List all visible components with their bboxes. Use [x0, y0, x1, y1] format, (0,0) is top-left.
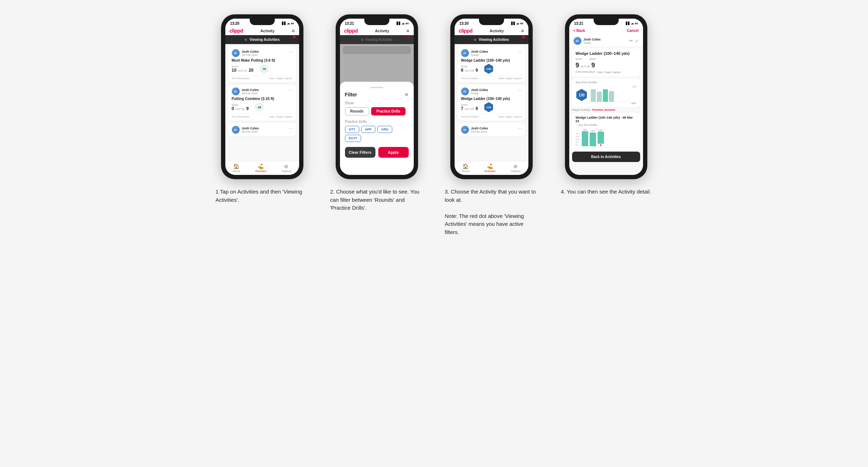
score-label-3-0: Score — [461, 65, 478, 68]
avatar-3-0: JC — [461, 49, 469, 57]
user-name-1-0: Josh Coles — [242, 50, 259, 53]
back-button-4[interactable]: < Back — [574, 29, 585, 33]
detail-outof-4: OUT OF — [581, 65, 590, 68]
card-dots-3-0[interactable]: ··· — [518, 49, 522, 54]
bottom-activities-1[interactable]: ⛳ Activities — [255, 163, 267, 173]
nav-menu-1[interactable]: ≡ — [292, 28, 294, 34]
close-button[interactable]: ✕ — [404, 92, 409, 97]
apply-button[interactable]: Apply — [378, 147, 409, 158]
card-header-1-1: JC Josh Coles 28 Feb 2023 ··· — [232, 87, 293, 95]
detail-title-4: Wedge Ladder (100–140 yds) — [576, 51, 637, 56]
drill-app[interactable]: APP — [361, 126, 376, 133]
phone-column-3: 13:20 ▋▋ ☁ 44 clippd Activity ≡ ⚙ Viewin… — [441, 14, 542, 236]
drill-putt[interactable]: PUTT — [345, 135, 361, 142]
edit-icon-4[interactable]: ✏ — [629, 38, 633, 43]
chart-sub-4: → Avg Shot Quality — [576, 124, 637, 126]
card-stats-1-0: Score 10 OUT OF 20 75 — [232, 64, 293, 74]
footer-right-1-0: Data: Clippd Capture — [269, 77, 292, 80]
filter-sheet: Filter ✕ Show Rounds Practice Drills Pra… — [340, 82, 414, 175]
phone-4: 13:21 ▋▋ ☁ 44 < Back Cancel JC Josh Cole… — [565, 14, 647, 179]
capture-icon-1: ⊕ — [284, 163, 288, 169]
card-dots-1-2[interactable]: ··· — [289, 126, 292, 131]
card-stats-3-1: Score 7 OUT OF 9 118 — [461, 102, 522, 112]
avatar-1-2: JC — [232, 126, 240, 134]
detail-main-card-4: Wedge Ladder (100–140 yds) Score Shots 9… — [572, 48, 640, 76]
footer-left-1-1: Test Information — [232, 115, 250, 118]
caption-3: 3. Choose the Activity that you want to … — [445, 188, 538, 236]
card-header-3-0: JC Josh Coles Today ··· — [461, 49, 522, 57]
card-dots-3-1[interactable]: ··· — [518, 87, 522, 92]
score-label-1-1: Score — [232, 104, 249, 106]
nav-menu-3[interactable]: ≡ — [521, 28, 524, 34]
back-activities-button-4[interactable]: Back to Activities — [572, 152, 640, 162]
quality-hex-1-1: 45 — [254, 102, 264, 112]
detail-user-row-4: JC Josh Coles Today ✏ ⤢ — [569, 35, 643, 46]
card-title-3-1: Wedge Ladder (100–140 yds) — [461, 97, 522, 101]
activity-banner-3[interactable]: ⚙ Viewing Activities — [455, 35, 528, 44]
content-area-3: JC Josh Coles Today ··· Wedge Ladder (10… — [455, 44, 528, 161]
card-dots-3-2[interactable]: ··· — [518, 126, 522, 131]
card-footer-1-0: Test Information Data: Clippd Capture — [232, 75, 293, 80]
phone-column-2: 13:21 ▋▋ ☁ 44 clippd Activity ≡ ⚙ Viewin… — [327, 14, 427, 212]
nav-bar-3: clippd Activity ≡ — [455, 27, 528, 35]
phone-1: 13:20 ▋▋ ☁ 44 clippd Activity ≡ ⚙ Viewin… — [221, 14, 303, 179]
drills-label: Practice Drills — [345, 120, 409, 124]
stat-score-1-0: Score 10 OUT OF 20 — [232, 65, 254, 73]
status-icons-3: ▋▋ ☁ 44 — [511, 22, 523, 25]
caption-2: 2. Choose what you'd like to see. You ca… — [330, 188, 423, 212]
bottom-capture-1[interactable]: ⊕ Capture — [281, 163, 291, 173]
avatar-1-1: JC — [232, 87, 240, 95]
activity-card-3-1[interactable]: JC Josh Coles Today ··· Wedge Ladder (10… — [457, 85, 526, 121]
drill-ott[interactable]: OTT — [345, 126, 359, 133]
detail-chart-card-4: Wedge Ladder (100–140 yds) - 06 Mar 23 →… — [572, 113, 640, 150]
card-dots-1-0[interactable]: ··· — [289, 49, 292, 54]
activity-card-3-0[interactable]: JC Josh Coles Today ··· Wedge Ladder (10… — [457, 46, 526, 82]
nav-menu-2[interactable]: ≡ — [406, 28, 409, 34]
nav-bar-1: clippd Activity ≡ — [225, 27, 299, 35]
user-name-3-2: Josh Coles — [471, 127, 488, 130]
detail-user-date-4: Today — [584, 41, 601, 44]
show-label: Show — [345, 101, 409, 105]
bottom-activities-3[interactable]: ⛳ Activities — [484, 163, 496, 173]
card-stats-3-0: Score 9 OUT OF 9 130 — [461, 64, 522, 74]
practice-link-4[interactable]: Practice Session — [592, 108, 615, 111]
phone-inner-3: 13:20 ▋▋ ☁ 44 clippd Activity ≡ ⚙ Viewin… — [455, 19, 528, 175]
card-dots-1-1[interactable]: ··· — [289, 87, 292, 92]
activity-banner-1[interactable]: ⚙ Viewing Activities — [225, 35, 299, 44]
activity-card-1-1[interactable]: JC Josh Coles 28 Feb 2023 ··· Putting Co… — [228, 85, 296, 121]
card-header-1-0: JC Josh Coles 28 Feb 2023 ··· — [232, 49, 293, 57]
card-title-1-1: Putting Combine (3-15 ft) — [232, 97, 293, 101]
nav-title-3: Activity — [490, 29, 504, 33]
avatar-1-0: JC — [232, 49, 240, 57]
bar-label-4: APP — [591, 102, 637, 105]
capture-icon-3: ⊕ — [513, 163, 518, 169]
clear-filters-button[interactable]: Clear Filters — [345, 147, 375, 158]
activity-card-1-0[interactable]: JC Josh Coles 28 Feb 2023 ··· Must Make … — [228, 46, 296, 82]
bottom-home-3[interactable]: 🏠 Home — [462, 163, 469, 173]
detail-user-name-4: Josh Coles — [584, 38, 601, 41]
drill-arg[interactable]: ARG — [377, 126, 392, 133]
status-time-2: 13:21 — [345, 22, 354, 25]
shots-header-4: Shots — [589, 58, 596, 60]
card-user-1-2: JC Josh Coles 28 Feb 2023 — [232, 126, 259, 134]
mini-bar-1 — [591, 89, 596, 102]
filter-icon-3: ⚙ — [474, 38, 476, 42]
logo-2: clippd — [344, 28, 358, 34]
mini-bar-4 — [609, 91, 614, 102]
expand-icon-4[interactable]: ⤢ — [635, 38, 639, 43]
activity-card-1-2[interactable]: JC Josh Coles 28 Feb 2023 ··· — [228, 123, 296, 137]
footer-right-1-1: Data: Clippd Capture — [269, 115, 292, 118]
footer-right-3-0: Data: Clippd Capture — [498, 77, 522, 80]
cancel-button-4[interactable]: Cancel — [627, 29, 639, 33]
bottom-capture-3[interactable]: ⊕ Capture — [510, 163, 521, 173]
score-out-1-0: OUT OF — [238, 70, 247, 72]
shots-val-1-1: 9 — [246, 106, 249, 111]
avatar-3-2: JC — [461, 126, 469, 134]
pill-rounds[interactable]: Rounds — [345, 107, 369, 115]
score-out-1-1: OUT OF — [235, 108, 245, 110]
phone-inner-1: 13:20 ▋▋ ☁ 44 clippd Activity ≡ ⚙ Viewin… — [225, 19, 299, 175]
pill-practice-drills[interactable]: Practice Drills — [371, 107, 406, 115]
bottom-home-1[interactable]: 🏠 Home — [232, 163, 240, 173]
activity-card-3-2[interactable]: JC Josh Coles 28 Feb 2023 ··· — [457, 123, 526, 137]
user-name-3-1: Josh Coles — [471, 88, 488, 92]
